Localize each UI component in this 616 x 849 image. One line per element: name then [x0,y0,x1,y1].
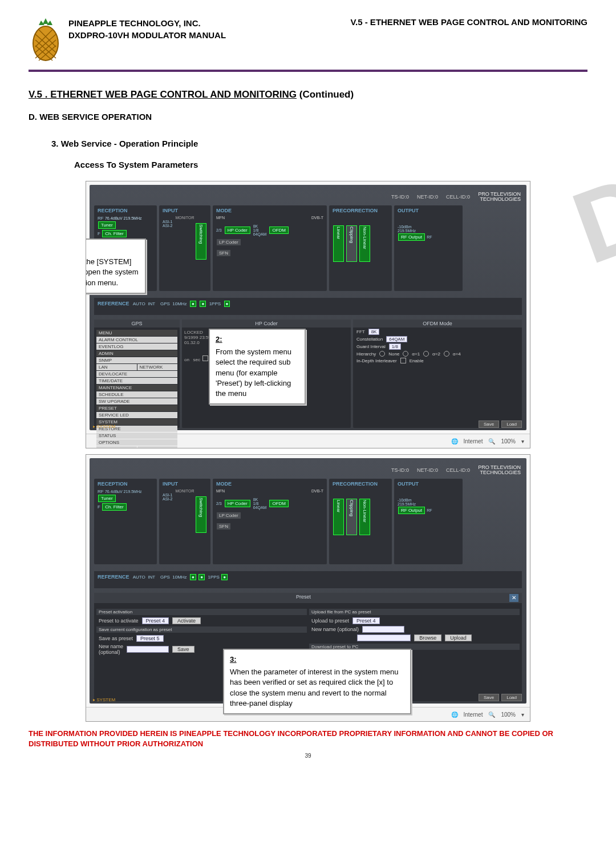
sfn-block[interactable]: SFN [217,250,230,256]
menu-alarm[interactable]: ALARM CONTROL [96,337,177,343]
constellation-select[interactable]: 64QAM [386,336,407,342]
system-button-2[interactable]: ▸ SYSTEM [93,697,115,702]
switching-block[interactable]: Switching [196,223,206,260]
menu-about[interactable]: ABOUT [96,446,137,448]
save-button[interactable]: Save [479,421,499,428]
new-name-input[interactable] [127,646,169,653]
callout-1: 1: Left-click the [SYSTEM] button to ope… [86,238,146,294]
company-name: PINEAPPLE TECHNOLOGY, INC. [68,17,350,29]
menu-options[interactable]: OPTIONS [96,439,177,446]
precorrection-panel-2: PRECORRECTION Linear Clipping Non-Linear [329,479,392,564]
preset-activate-select[interactable]: Preset 4 [142,617,169,624]
menu-status[interactable]: STATUS [96,432,177,439]
input-panel: INPUT MONITOR ASI-1 ASI-2 Switching [159,205,210,291]
save-preset-select[interactable]: Preset 5 [136,635,164,642]
mode-panel: MODE MFNDVB-T 2/3 HP Coder 8K 1/8 64QAM … [213,205,327,291]
hierarchy-a4-radio[interactable] [444,351,449,357]
indepth-checkbox[interactable] [400,358,406,363]
save-button-2[interactable]: Save [479,694,499,701]
callout-3: 3: When the parameter of interest in the… [223,649,411,714]
proprietary-warning: THE INFORMATION PROVIDED HEREIN IS PINEA… [29,729,587,749]
internet-icon-2: 🌐 [451,711,458,718]
input-panel-2: INPUT MONITOR ASI-1 ASI-2 Switching [159,479,210,564]
zoom-icon-2: 🔍 [488,711,495,718]
activate-button[interactable]: Activate [172,617,201,624]
close-preset-button[interactable]: ✕ [509,594,518,602]
upload-button[interactable]: Upload [445,634,472,641]
ofdm-mode-panel: OFDM Mode FFT8K Constellation64QAM Guard… [353,320,522,428]
subsection-d: D. WEB SERVICE OPERATION [29,112,587,122]
section-reference: V.5 - ETHERNET WEB PAGE CONTROL AND MONI… [350,17,587,27]
menu-maintenance[interactable]: MAINTENANCE [96,385,177,391]
watermark: D [558,151,616,287]
menu-eventlog[interactable]: EVENTLOG [96,343,177,350]
menu-snmp[interactable]: SNMP [96,357,177,363]
forever-checkbox[interactable] [202,355,208,361]
reference-row-2: REFERENCE AUTO INT GPS 10MHz ● ● 1PPS ● [94,571,522,588]
menu-devlocate[interactable]: DEV/LOCATE [96,371,177,377]
menu-title: MENU [96,330,177,336]
top-status-bar: TS-ID:0 NET-ID:0 CELL-ID:0 PRO TELEVISIO… [391,192,521,202]
hp-coder-block[interactable]: HP Coder [225,227,250,234]
menu-preset[interactable]: PRESET [96,405,177,411]
reception-panel-2: RECEPTION RF 76.4dBuV 219.5MHz Tuner F C… [94,479,157,564]
ofdm-block[interactable]: OFDM [269,227,289,234]
internet-icon: 🌐 [451,438,458,444]
zoom-icon: 🔍 [488,438,495,444]
menu-admin[interactable]: ADMIN [96,350,177,357]
load-button-2[interactable]: Load [501,694,522,701]
system-menu: MENU ALARM CONTROL EVENTLOG ADMIN SNMP L… [94,328,180,448]
menu-reboot[interactable]: REBOOT [137,446,178,448]
callout-2: 2: From the system menu select the requi… [209,329,306,405]
rf-output-block[interactable]: RF Output [398,233,425,241]
page-number: 39 [29,753,587,759]
precorrection-panel: PRECORRECTION Linear Clipping Non-Linear [329,205,392,291]
pineapple-logo-icon [29,17,63,63]
menu-serviceled[interactable]: SERVICE LED [96,412,177,418]
load-button[interactable]: Load [501,421,522,428]
fft-select[interactable]: 8K [368,329,380,335]
output-panel: OUTPUT -10dBm 219.5MHz RF Output RF [394,205,463,291]
manual-name: DXDPRO-10VH MODULATOR MANUAL [68,29,350,41]
nonlinear-block[interactable]: Non-Linear [359,225,370,262]
mode-panel-2: MODE MFNDVB-T 2/3 HP Coder 8K 1/8 64QAM … [213,479,327,564]
menu-lan[interactable]: LAN [96,364,137,370]
upload-preset-select[interactable]: Preset 4 [352,617,380,624]
menu-network[interactable]: NETWORK [137,364,178,370]
page-header: PINEAPPLE TECHNOLOGY, INC. DXDPRO-10VH M… [29,17,587,72]
system-menu-panel: GPS MENU ALARM CONTROL EVENTLOG ADMIN SN… [94,320,180,428]
screenshot-2: TS-ID:0 NET-ID:0 CELL-ID:0 PRO TELEVISIO… [86,454,530,722]
hierarchy-a2-radio[interactable] [423,351,429,357]
hierarchy-none-radio[interactable] [379,351,385,357]
lp-coder-block[interactable]: LP Coder [217,239,241,245]
save-preset-button[interactable]: Save [172,646,194,653]
top-status-bar-2: TS-ID:0 NET-ID:0 CELL-ID:0 PRO TELEVISIO… [391,465,521,475]
browse-button[interactable]: Browse [414,634,441,641]
guard-select[interactable]: 1/8 [389,343,401,350]
subsection-3: 3. Web Service - Operation Principle [51,139,587,148]
menu-schedule[interactable]: SCHEDULE [96,391,177,398]
file-path-input[interactable] [357,634,411,641]
output-panel-2: OUTPUT -10dBm 219.5MHz RF Output RF [394,479,463,564]
section-heading: V.5 . ETHERNET WEB PAGE CONTROL AND MONI… [29,89,587,100]
ch-filter-block[interactable]: Ch. Filter [102,230,126,237]
system-button[interactable]: ▸ SYSTEM [93,424,115,429]
upload-name-input[interactable] [362,626,404,633]
reference-row: REFERENCE AUTO INT GPS 10MHz ● ● 1PPS ● [94,298,522,315]
tuner-block[interactable]: Tuner [98,221,116,229]
hierarchy-a1-radio[interactable] [403,351,408,357]
subsection-access: Access To System Parameters [74,160,587,169]
menu-swupgrade[interactable]: SW UPGRADE [96,398,177,405]
menu-timedate[interactable]: TIME/DATE [96,378,177,384]
linear-block[interactable]: Linear [333,225,344,262]
screenshot-1: TS-ID:0 NET-ID:0 CELL-ID:0 PRO TELEVISIO… [86,181,530,448]
